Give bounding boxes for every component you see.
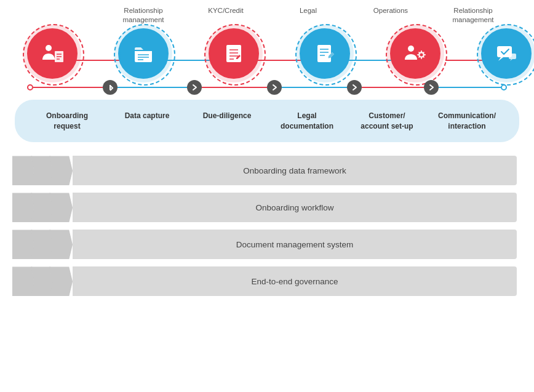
icon-data-capture	[118, 28, 169, 79]
arrows-stack-3	[12, 230, 73, 259]
icon-communication	[481, 28, 532, 79]
svg-rect-21	[509, 54, 516, 59]
icon-customer-account	[390, 28, 440, 79]
dept-label-ops: Operations	[357, 6, 424, 25]
framework-bar-2: Onboarding workflow	[73, 193, 517, 222]
dept-label-legal: Legal	[274, 6, 342, 25]
framework-bar-1: Onboarding data framework	[73, 156, 517, 185]
dept-label-kyc: KYC/Credit	[192, 6, 260, 25]
step-customer-account: Customer/account set-up	[353, 111, 421, 132]
step-legal-documentation: Legaldocumentation	[273, 111, 341, 132]
framework-row-4: End-to-end governance	[12, 266, 517, 296]
step-data-capture: Data capture	[113, 111, 181, 132]
icon-due-diligence	[209, 28, 259, 79]
framework-row-3: Document management system	[12, 230, 517, 259]
step-due-diligence: Due-diligence	[193, 111, 261, 132]
arrows-stack-2	[12, 193, 73, 222]
framework-bar-4: End-to-end governance	[73, 266, 517, 296]
framework-label-1: Onboarding data framework	[243, 166, 346, 175]
icon-onboarding	[27, 28, 78, 79]
framework-label-2: Onboarding workflow	[256, 203, 334, 212]
steps-box: Onboardingrequest Data capture Due-dilig…	[15, 100, 519, 143]
framework-row-1: Onboarding data framework	[12, 156, 517, 185]
arrows-stack-1	[12, 156, 73, 185]
dept-labels-row: Relationshipmanagement KYC/Credit Legal …	[15, 6, 519, 25]
dept-label-rel-mgmt-1: Relationshipmanagement	[110, 6, 177, 25]
svg-point-18	[418, 52, 424, 58]
svg-rect-13	[317, 45, 331, 62]
svg-point-0	[46, 45, 52, 51]
framework-row-2: Onboarding workflow	[12, 193, 517, 222]
svg-rect-8	[226, 45, 241, 62]
framework-bar-3: Document management system	[73, 230, 517, 259]
svg-rect-1	[55, 51, 63, 62]
framework-label-3: Document management system	[236, 240, 354, 249]
svg-point-17	[408, 46, 414, 52]
framework-label-4: End-to-end governance	[251, 277, 338, 286]
svg-rect-20	[497, 46, 512, 57]
step-onboarding-request: Onboardingrequest	[33, 111, 101, 132]
dept-label-rel-mgmt-2: Relationshipmanagement	[439, 6, 507, 25]
process-flow: Relationshipmanagement KYC/Credit Legal …	[12, 6, 522, 142]
arrows-stack-4	[12, 266, 73, 296]
main-container: Relationshipmanagement KYC/Credit Legal …	[0, 0, 534, 316]
frameworks-section: Onboarding data framework Onboarding wor…	[12, 156, 517, 296]
svg-point-19	[420, 53, 423, 56]
step-communication: Communication/interaction	[433, 111, 501, 132]
dept-label-empty	[27, 6, 95, 25]
icon-legal-doc	[300, 28, 350, 79]
